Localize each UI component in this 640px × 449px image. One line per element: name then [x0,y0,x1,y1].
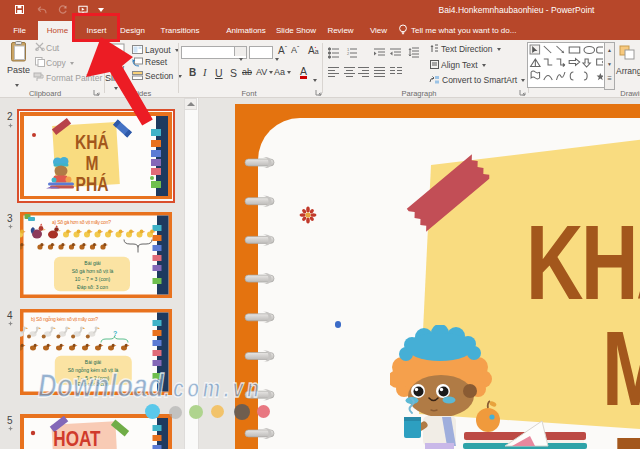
svg-text:HOAT: HOAT [53,426,100,449]
svg-text:Số gà hơn số vịt là: Số gà hơn số vịt là [72,268,114,274]
svg-text:M: M [85,152,98,174]
svg-text:?: ? [113,330,117,337]
svg-text:Bài giải: Bài giải [84,260,100,266]
svg-text:2: 2 [347,51,350,56]
svg-text:10 − 7 = 3 (con): 10 − 7 = 3 (con) [75,276,111,282]
svg-text:b) Số ngỗng kém số vịt mấy con: b) Số ngỗng kém số vịt mấy con? [31,316,98,322]
svg-text:Bài giải: Bài giải [85,359,101,365]
svg-text:Đáp số: 3 con: Đáp số: 3 con [77,284,108,290]
svg-text:a) Số gà hơn số vịt mấy con?: a) Số gà hơn số vịt mấy con? [52,219,111,225]
svg-text:PHÁ: PHÁ [76,172,109,195]
